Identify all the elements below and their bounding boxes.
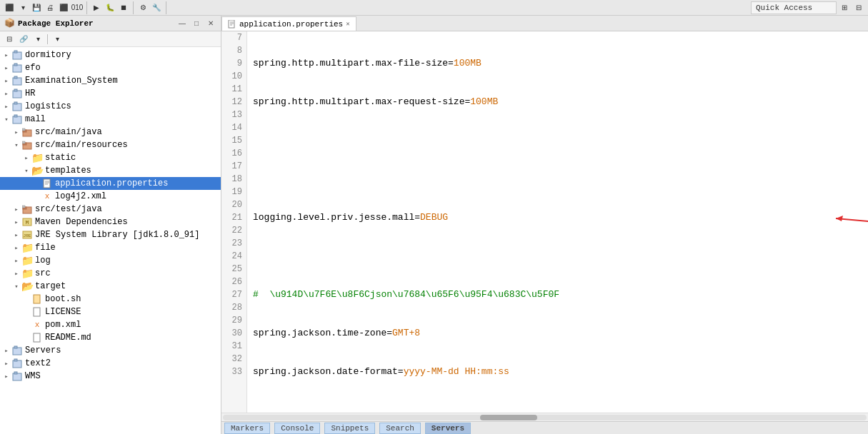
view-menu-btn[interactable]: ▾ [31, 33, 44, 46]
toolbar-debug[interactable]: 🐛 [104, 1, 116, 14]
svg-rect-3 [14, 64, 17, 66]
tree-item-static[interactable]: 📁 static [0, 151, 221, 164]
tree-item-templates[interactable]: 📂 templates [0, 164, 221, 177]
scrollbar-track[interactable] [223, 415, 867, 420]
label-servers: Servers [25, 345, 61, 355]
label-src: src [35, 268, 51, 278]
tree-item-wms[interactable]: WMS [0, 370, 221, 383]
tab-label: application.properties [239, 20, 343, 29]
tree-item-readme[interactable]: README.md [0, 331, 221, 344]
toolbar-btn-6[interactable]: 010 [71, 1, 84, 14]
tree-item-examination[interactable]: Examination_System [0, 74, 221, 87]
status-tab-search[interactable]: Search [379, 423, 421, 434]
code-line-15: spring.jackson.date-format=yyyy-MM-dd HH… [253, 365, 862, 378]
label-efo: efo [25, 63, 41, 73]
svg-rect-33 [14, 346, 17, 348]
code-line-14: spring.jackson.time-zone=GMT+8 [253, 327, 862, 340]
toolbar-group-3: ⚙ 🔧 [136, 1, 166, 14]
toolbar-btn-3[interactable]: 💾 [30, 1, 43, 14]
tree-item-log[interactable]: 📁 log [0, 254, 221, 267]
toolbar-btn-a[interactable]: ⚙ [136, 1, 149, 14]
tree-item-src[interactable]: 📁 src [0, 267, 221, 280]
svg-text:M: M [26, 219, 29, 226]
folder-icon-templates: 📂 [31, 165, 43, 176]
tree-item-mall[interactable]: mall [0, 113, 221, 126]
code-line-10 [253, 173, 862, 186]
svg-rect-31 [34, 333, 40, 342]
tab-close-btn[interactable]: ✕ [346, 20, 349, 28]
label-static: static [45, 153, 76, 163]
main-layout: 📦 Package Explorer — □ ✕ ⊟ 🔗 ▾ ▾ dormito… [0, 16, 868, 434]
tree-item-src-main-resources[interactable]: src/main/resources [0, 138, 221, 151]
tree-item-log4j2[interactable]: x log4j2.xml [0, 190, 221, 203]
perspective-btn-2[interactable]: ⊟ [852, 1, 865, 14]
quick-access-box[interactable]: Quick Access [751, 1, 837, 14]
arrow-servers [1, 345, 11, 355]
folder-icon-static: 📁 [31, 152, 43, 163]
file-icon-pom-xml: x [31, 319, 43, 330]
status-tab-markers[interactable]: Markers [224, 423, 270, 434]
status-tab-snippets[interactable]: Snippets [324, 423, 375, 434]
tree-item-text2[interactable]: text2 [0, 357, 221, 370]
tree-item-jre[interactable]: JRE JRE System Library [jdk1.8.0_91] [0, 228, 221, 241]
code-line-7: spring.http.multipart.max-file-size=100M… [253, 57, 862, 70]
folder-icon-log: 📁 [21, 255, 33, 266]
toolbar-btn-4[interactable]: 🖨 [44, 1, 56, 14]
toolbar-stop[interactable]: ⏹ [117, 1, 130, 14]
collapse-all-btn[interactable]: ⊟ [3, 33, 16, 46]
link-editor-btn[interactable]: 🔗 [17, 33, 30, 46]
code-line-13: # \u914D\u7F6E\u8F6Cjson\u7684\u65F6\u95… [253, 288, 862, 301]
tree-item-license[interactable]: LICENSE [0, 306, 221, 318]
editor-tab-app-props[interactable]: application.properties ✕ [221, 16, 356, 31]
perspective-btn[interactable]: ⊞ [838, 1, 851, 14]
toolbar-group-1: ⬛ ▾ 💾 🖨 ⬛ 010 [3, 1, 87, 14]
tab-file-icon [228, 20, 236, 29]
svg-rect-37 [14, 372, 17, 374]
tree-item-dormitory[interactable]: dormitory [0, 49, 221, 61]
label-license: LICENSE [45, 307, 81, 317]
toolbar-btn-b[interactable]: 🔧 [150, 1, 163, 14]
toolbar-run[interactable]: ▶ [90, 1, 103, 14]
minimize-btn[interactable]: — [176, 18, 188, 29]
tree-item-pom-xml[interactable]: x pom.xml [0, 318, 221, 331]
label-file: file [35, 243, 56, 253]
svg-rect-9 [14, 102, 17, 104]
tree-item-target[interactable]: 📂 target [0, 280, 221, 293]
toolbar-btn-5[interactable]: ⬛ [57, 1, 70, 14]
panel-header: 📦 Package Explorer — □ ✕ [0, 16, 221, 31]
close-panel-btn[interactable]: ✕ [205, 18, 216, 29]
tree-item-maven-deps[interactable]: M Maven Dependencies [0, 216, 221, 228]
tree-item-src-main-java[interactable]: src/main/java [0, 126, 221, 138]
maximize-btn[interactable]: □ [191, 18, 202, 29]
src-folder-icon-test [21, 203, 33, 215]
horizontal-scrollbar[interactable] [221, 413, 868, 421]
label-jre: JRE System Library [jdk1.8.0_91] [35, 230, 199, 240]
tree-item-efo[interactable]: efo [0, 61, 221, 74]
tree-item-logistics[interactable]: logistics [0, 100, 221, 113]
file-icon-boot-sh [31, 293, 43, 305]
tree-item-servers[interactable]: Servers [0, 344, 221, 357]
tree-item-hr[interactable]: HR [0, 87, 221, 100]
tree-item-src-test-java[interactable]: src/test/java [0, 203, 221, 216]
arrow-dormitory [1, 50, 11, 60]
arrow-hr [1, 89, 11, 99]
project-icon-mall [11, 113, 23, 125]
status-tab-servers[interactable]: Servers [425, 423, 471, 434]
tree-item-boot-sh[interactable]: boot.sh [0, 293, 221, 306]
code-area[interactable]: 7 8 9 10 11 12 13 14 15 16 17 18 19 20 2… [221, 31, 868, 413]
toolbar-btn-2[interactable]: ▾ [16, 1, 29, 14]
svg-rect-24 [22, 206, 25, 208]
tree-item-file[interactable]: 📁 file [0, 241, 221, 254]
status-tab-console[interactable]: Console [274, 423, 320, 434]
arrow-logistics [1, 101, 11, 111]
toolbar-btn-1[interactable]: ⬛ [3, 1, 16, 14]
filter-btn[interactable]: ▾ [51, 33, 64, 46]
label-hr: HR [25, 89, 35, 99]
label-dormitory: dormitory [25, 50, 71, 60]
scrollbar-thumb[interactable] [480, 415, 537, 420]
folder-icon-src: 📁 [21, 268, 33, 279]
package-explorer-panel: 📦 Package Explorer — □ ✕ ⊟ 🔗 ▾ ▾ dormito… [0, 16, 221, 434]
label-src-main-java: src/main/java [35, 127, 102, 137]
code-content[interactable]: spring.http.multipart.max-file-size=100M… [247, 31, 868, 413]
tree-item-application-properties[interactable]: application.properties [0, 177, 221, 190]
